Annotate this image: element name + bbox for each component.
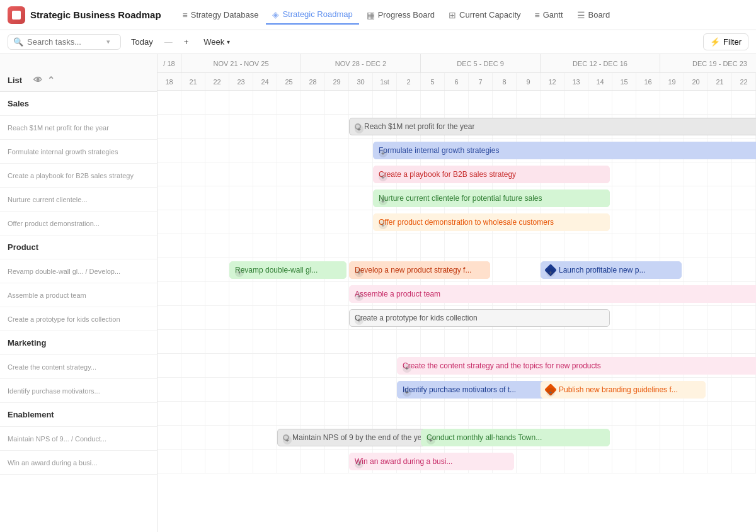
- tab-current-capacity[interactable]: ⊞ Current Capacity: [442, 6, 527, 24]
- task-bar-p2[interactable]: Develop a new product strategy f...+: [349, 261, 490, 279]
- add-subtask-icon-m1[interactable]: +: [403, 364, 411, 373]
- dropdown-icon[interactable]: ▾: [106, 38, 110, 46]
- bg-cell-22: [684, 330, 708, 353]
- collapse-icon[interactable]: ⌃: [46, 74, 56, 86]
- task-bar-s4[interactable]: Nurture current clientele for potential …: [373, 190, 610, 207]
- bg-cell-2: [205, 258, 229, 281]
- day-header-22: 20: [684, 73, 708, 90]
- group-header-marketing: [158, 330, 756, 354]
- task-bar-p5[interactable]: Create a prototype for kids collection+: [349, 309, 610, 327]
- bg-cell-4: [253, 282, 277, 305]
- week-header-5: DEC 19 - DEC 23: [660, 54, 756, 72]
- bg-cell-10: [397, 402, 421, 425]
- add-subtask-icon-p5[interactable]: +: [355, 316, 364, 325]
- add-subtask-icon-e2[interactable]: +: [427, 436, 435, 444]
- tab-strategic-roadmap[interactable]: ◈ Strategic Roadmap: [266, 6, 358, 25]
- bg-cell-20: [636, 306, 660, 329]
- search-box[interactable]: 🔍 ▾: [8, 34, 121, 50]
- lp-row-s1: Reach $1M net profit for the year: [0, 116, 157, 140]
- bg-cell-4: [253, 186, 277, 210]
- add-subtask-icon-m3[interactable]: +: [546, 388, 555, 397]
- bg-cell-5: [277, 162, 301, 186]
- bg-cell-5: [277, 450, 301, 473]
- bg-cell-24: [732, 402, 756, 425]
- add-subtask-icon-s2[interactable]: +: [379, 149, 387, 157]
- task-bar-p3[interactable]: Launch profitable new p...+: [541, 261, 682, 279]
- bg-cell-3: [229, 186, 253, 210]
- left-panel-sales-group: Sales Reach $1M net profit for the year …: [0, 92, 157, 235]
- bg-cell-0: [158, 426, 181, 449]
- task-bar-m3[interactable]: Publish new branding guidelines f...+: [541, 381, 706, 399]
- bg-cell-6: [301, 354, 325, 377]
- tab-progress-board[interactable]: ▦ Progress Board: [360, 6, 441, 24]
- day-header-2: 22: [205, 73, 229, 90]
- bg-cell-0: [158, 162, 181, 186]
- week-selector[interactable]: Week ▾: [198, 35, 235, 49]
- filter-button[interactable]: ⚡ Filter: [703, 33, 748, 50]
- task-bar-e2[interactable]: Conduct monthly all-hands Town...+: [421, 429, 610, 446]
- bg-cell-1: [181, 210, 205, 234]
- add-subtask-icon-p4[interactable]: +: [355, 292, 364, 301]
- task-bar-s3[interactable]: Create a playbook for B2B sales strategy…: [373, 166, 610, 183]
- add-subtask-icon-p3[interactable]: +: [546, 268, 555, 277]
- task-bar-s1[interactable]: Reach $1M net profit for the year+: [349, 118, 756, 135]
- add-subtask-icon-m2[interactable]: +: [403, 388, 411, 397]
- bg-cell-1: [181, 354, 205, 377]
- bg-cell-24: [732, 210, 756, 234]
- bg-cell-3: [229, 354, 253, 377]
- bg-cell-2: [205, 354, 229, 377]
- bg-cell-1: [181, 402, 205, 425]
- sales-group-label: Sales: [0, 92, 157, 116]
- task-bar-s2[interactable]: Formulate internal growth strategies+: [373, 142, 756, 159]
- bg-cell-1: [181, 115, 205, 138]
- search-input[interactable]: [27, 37, 103, 47]
- add-period-button[interactable]: +: [179, 35, 194, 49]
- hide-icon[interactable]: 👁: [32, 74, 43, 86]
- task-bar-s5[interactable]: Offer product demonstration to wholesale…: [373, 213, 610, 231]
- task-bar-m1[interactable]: Create the content strategy and the topi…: [397, 357, 756, 375]
- day-header-13: 7: [469, 73, 493, 90]
- bg-cell-0: [158, 115, 181, 138]
- bg-cell-20: [636, 210, 660, 234]
- add-subtask-icon-s1[interactable]: +: [355, 125, 364, 133]
- bg-cell-6: [301, 402, 325, 425]
- add-subtask-icon-p1[interactable]: +: [235, 268, 244, 277]
- left-panel: List 👁 ⌃ Sales Reach $1M net profit for …: [0, 54, 158, 532]
- add-subtask-icon-s3[interactable]: +: [379, 173, 387, 181]
- today-button[interactable]: Today: [126, 35, 158, 49]
- bg-cell-0: [158, 402, 181, 425]
- task-label-p5: Create a prototype for kids collection: [355, 314, 478, 322]
- task-bar-e3[interactable]: Win an award during a busi...+: [349, 453, 514, 470]
- add-subtask-icon-e3[interactable]: +: [355, 460, 364, 468]
- bg-cell-3: [229, 139, 253, 162]
- bg-cell-17: [564, 330, 588, 353]
- bg-cell-4: [253, 378, 277, 401]
- tab-strategy-database[interactable]: ≡ Strategy Database: [176, 6, 265, 24]
- bg-cell-6: [301, 91, 325, 114]
- bg-cell-10: [397, 330, 421, 353]
- task-bar-m2[interactable]: Identify purchase motivators of t...+: [397, 381, 562, 399]
- task-bar-p1[interactable]: Revamp double-wall gl...+: [229, 261, 346, 279]
- bg-cell-2: [205, 402, 229, 425]
- add-subtask-icon-e1[interactable]: +: [283, 436, 292, 444]
- tab-gantt[interactable]: ≡ Gantt: [529, 6, 570, 24]
- bg-cell-6: [301, 306, 325, 329]
- bg-cell-17: [564, 91, 588, 114]
- bg-cell-9: [373, 402, 397, 425]
- bg-cell-15: [517, 330, 541, 353]
- bg-cell-23: [708, 210, 732, 234]
- bg-cell-20: [636, 186, 660, 210]
- week-header-0: / 18: [158, 54, 181, 72]
- tab-board[interactable]: ☰ Board: [571, 6, 617, 24]
- add-subtask-icon-s5[interactable]: +: [379, 220, 387, 229]
- add-subtask-icon-p2[interactable]: +: [355, 268, 364, 277]
- bg-cell-15: [517, 258, 541, 281]
- left-panel-marketing-group: Marketing Create the content strategy...…: [0, 331, 157, 403]
- task-label-e3: Win an award during a busi...: [355, 457, 452, 466]
- bg-cell-2: [205, 378, 229, 401]
- add-subtask-icon-s4[interactable]: +: [379, 196, 387, 205]
- list-actions: 👁 ⌃: [32, 74, 56, 86]
- task-bar-p4[interactable]: Assemble a product team+: [349, 285, 756, 303]
- left-panel-enablement-group: Enablement Maintain NPS of 9... / Conduc…: [0, 403, 157, 475]
- bg-cell-11: [421, 234, 445, 258]
